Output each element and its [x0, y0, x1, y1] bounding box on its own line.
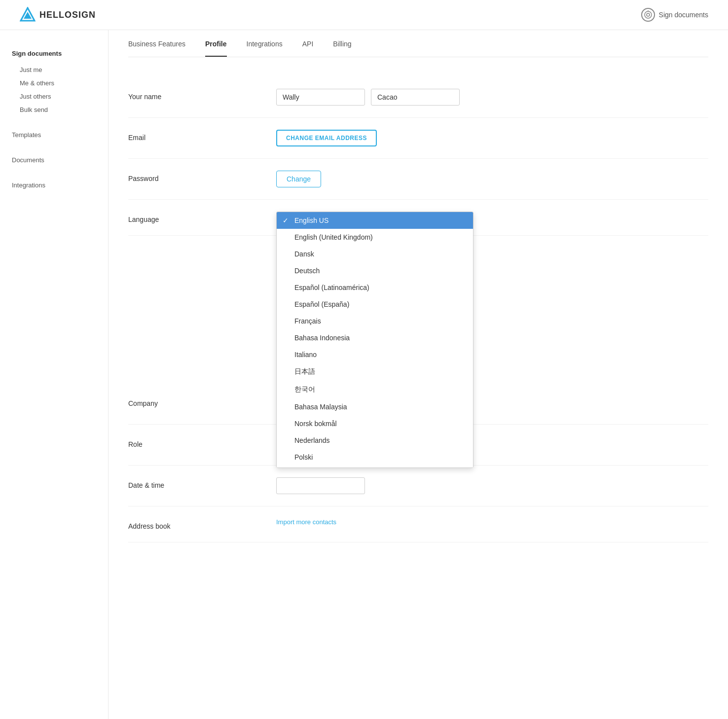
- dropdown-item-francais[interactable]: Français: [277, 313, 473, 329]
- sign-documents-icon: [641, 8, 655, 22]
- form-row-password: Password Change: [128, 159, 708, 200]
- tab-billing[interactable]: Billing: [333, 40, 351, 57]
- change-password-button[interactable]: Change: [276, 171, 321, 187]
- header: HELLOSIGN Sign documents: [0, 0, 728, 30]
- change-email-button[interactable]: CHANGE EMAIL ADDRESS: [276, 130, 377, 146]
- label-password: Password: [128, 171, 276, 182]
- page-layout: Sign documents Just me Me & others Just …: [0, 30, 728, 719]
- dropdown-item-espanol-espana[interactable]: Español (España): [277, 296, 473, 313]
- datetime-control: [276, 477, 708, 494]
- label-email: Email: [128, 130, 276, 142]
- header-sign-documents-label[interactable]: Sign documents: [659, 11, 708, 19]
- dropdown-item-deutsch[interactable]: Deutsch: [277, 262, 473, 279]
- label-language: Language: [128, 212, 276, 223]
- dropdown-item-norsk[interactable]: Norsk bokmål: [277, 415, 473, 432]
- language-dropdown[interactable]: English US English (United Kingdom) Dans…: [276, 212, 473, 468]
- label-company: Company: [128, 395, 276, 407]
- label-your-name: Your name: [128, 89, 276, 101]
- form-row-language: Language English US English (United King…: [128, 200, 708, 236]
- form-row-address-book: Address book Import more contacts: [128, 506, 708, 542]
- dropdown-item-bahasa-malaysia[interactable]: Bahasa Malaysia: [277, 398, 473, 415]
- address-book-control: Import more contacts: [276, 518, 708, 526]
- tab-profile[interactable]: Profile: [205, 40, 227, 57]
- dropdown-item-korean[interactable]: 한국어: [277, 381, 473, 398]
- sidebar-item-just-me[interactable]: Just me: [12, 63, 108, 76]
- sidebar-item-bulk-send[interactable]: Bulk send: [12, 103, 108, 116]
- header-right: Sign documents: [641, 8, 708, 22]
- first-name-input[interactable]: [276, 89, 365, 106]
- dropdown-item-japanese[interactable]: 日本語: [277, 363, 473, 381]
- import-contacts-link[interactable]: Import more contacts: [276, 518, 336, 526]
- tab-business-features[interactable]: Business Features: [128, 40, 185, 57]
- dropdown-item-polski[interactable]: Polski: [277, 449, 473, 466]
- label-address-book: Address book: [128, 518, 276, 530]
- name-inputs: [276, 89, 708, 106]
- logo[interactable]: HELLOSIGN: [20, 7, 96, 23]
- datetime-input[interactable]: [276, 477, 365, 494]
- sidebar-item-integrations[interactable]: Integrations: [12, 177, 108, 192]
- tab-navigation: Business Features Profile Integrations A…: [128, 30, 708, 57]
- hellosign-logo-icon: [20, 7, 36, 23]
- dropdown-item-espanol-latam[interactable]: Español (Latinoamérica): [277, 279, 473, 296]
- logo-text: HELLOSIGN: [39, 10, 96, 20]
- svg-point-3: [647, 13, 650, 16]
- dropdown-item-italiano[interactable]: Italiano: [277, 346, 473, 363]
- dropdown-item-english-us[interactable]: English US: [277, 212, 473, 229]
- sidebar-item-just-others[interactable]: Just others: [12, 90, 108, 103]
- dropdown-item-bahasa-indonesia[interactable]: Bahasa Indonesia: [277, 329, 473, 346]
- email-control: CHANGE EMAIL ADDRESS: [276, 130, 708, 146]
- sidebar-item-templates[interactable]: Templates: [12, 126, 108, 142]
- dropdown-item-portugues[interactable]: Português (Brasil): [277, 466, 473, 468]
- tab-integrations[interactable]: Integrations: [247, 40, 283, 57]
- sidebar-item-me-others[interactable]: Me & others: [12, 76, 108, 90]
- form-row-datetime: Date & time: [128, 466, 708, 506]
- tab-api[interactable]: API: [302, 40, 314, 57]
- label-role: Role: [128, 436, 276, 448]
- label-datetime: Date & time: [128, 477, 276, 489]
- sidebar-item-documents[interactable]: Documents: [12, 151, 108, 167]
- main-content: Business Features Profile Integrations A…: [109, 30, 728, 719]
- svg-point-2: [645, 11, 652, 18]
- sidebar: Sign documents Just me Me & others Just …: [0, 30, 109, 719]
- form-row-email: Email CHANGE EMAIL ADDRESS: [128, 118, 708, 159]
- last-name-input[interactable]: [371, 89, 460, 106]
- dropdown-item-dansk[interactable]: Dansk: [277, 246, 473, 262]
- password-control: Change: [276, 171, 708, 187]
- dropdown-item-english-uk[interactable]: English (United Kingdom): [277, 229, 473, 246]
- sidebar-section-sign-documents: Sign documents: [12, 50, 108, 57]
- form-row-name: Your name: [128, 77, 708, 118]
- dropdown-item-nederlands[interactable]: Nederlands: [277, 432, 473, 449]
